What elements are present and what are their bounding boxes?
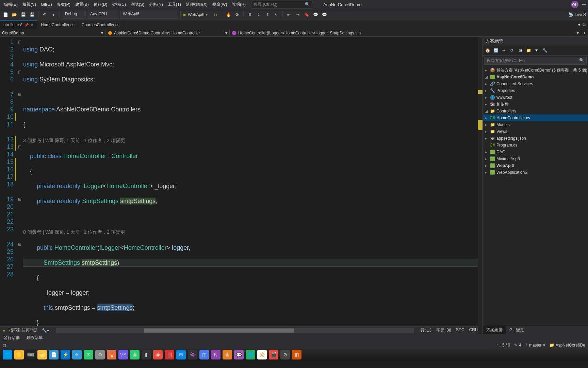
properties-icon[interactable]: 🔧: [541, 47, 548, 54]
start-without-debug-icon[interactable]: ▷: [212, 11, 219, 18]
menu-tools[interactable]: 工具(T): [166, 1, 183, 9]
close-icon[interactable]: ✕: [31, 23, 34, 27]
taskbar-app[interactable]: 🌐: [246, 350, 255, 359]
back-icon[interactable]: ↩: [501, 47, 507, 54]
minimize-button[interactable]: —: [582, 2, 586, 7]
status-sync[interactable]: ↑↓ 5 / 0: [497, 343, 510, 348]
tab-publish[interactable]: 發行活動: [0, 334, 23, 341]
taskbar-app[interactable]: ⌨: [26, 350, 35, 359]
taskbar-app[interactable]: 📕: [165, 350, 174, 359]
bookmark-icon[interactable]: 🔖: [303, 11, 310, 18]
indent-icon[interactable]: ⇥: [294, 11, 301, 18]
panel-tab-git[interactable]: Git 變更: [506, 326, 527, 334]
status-branch[interactable]: ᚶ master ▾: [525, 343, 545, 348]
taskbar-app[interactable]: ✈: [72, 350, 82, 359]
editor-scrollbar[interactable]: [478, 37, 483, 334]
open-icon[interactable]: 📂: [11, 11, 18, 18]
refresh-icon[interactable]: ⟳: [234, 11, 241, 18]
user-avatar[interactable]: WH: [571, 1, 578, 8]
codelens-ctor[interactable]: 0 個參考 | Will 保哥, 1 天前 | 1 位作者，2 項變更: [23, 227, 483, 236]
menu-project[interactable]: 專案(P): [55, 1, 72, 9]
menu-ext[interactable]: 延伸模組(X): [184, 1, 210, 9]
preview-icon[interactable]: 👁: [533, 47, 540, 54]
new-icon[interactable]: 📄: [2, 11, 9, 18]
home-icon[interactable]: 🏠: [484, 47, 491, 54]
taskbar-app[interactable]: 🌐: [3, 350, 12, 359]
menu-edit[interactable]: 編輯(E): [2, 1, 20, 9]
tab-settings-icon[interactable]: ⚙: [582, 22, 586, 27]
config-selector[interactable]: Debug: [63, 11, 86, 19]
save-all-icon[interactable]: 💾: [29, 11, 35, 18]
undo-icon[interactable]: ↶: [41, 11, 48, 18]
browser-link-icon[interactable]: 🖥: [246, 11, 253, 18]
live-share[interactable]: 📡Live S: [568, 12, 586, 17]
screwdriver-icon[interactable]: 🔧▾: [42, 328, 49, 333]
codelens-class[interactable]: 3 個參考 | Will 保哥, 1 天前 | 1 位作者，2 項變更: [23, 136, 483, 145]
taskbar-app[interactable]: ◫: [199, 350, 209, 359]
uncomment-icon[interactable]: 💬: [321, 11, 328, 18]
code-editor[interactable]: 123456 7891011 12131415161718 1920212223…: [0, 37, 483, 326]
taskbar-app[interactable]: 🔆: [257, 350, 267, 359]
taskbar-app[interactable]: 🎬: [269, 350, 278, 359]
run-button[interactable]: ▶WebApi6▾: [180, 11, 210, 19]
nav-member[interactable]: 🟣HomeController(ILogger<HomeController> …: [230, 29, 581, 36]
taskbar-app[interactable]: 👾: [188, 350, 197, 359]
collapse-icon[interactable]: ⊟: [517, 47, 524, 54]
cursor-col[interactable]: 字元: 38: [436, 327, 451, 333]
taskbar-app[interactable]: ◉: [130, 350, 140, 359]
taskbar-app[interactable]: 💬: [234, 350, 244, 359]
refresh-icon[interactable]: ⟳: [509, 47, 516, 54]
menu-window[interactable]: 視窗(W): [210, 1, 229, 9]
issues-icon[interactable]: ●: [3, 328, 5, 333]
horizontal-scrollbar[interactable]: [56, 328, 414, 333]
save-icon[interactable]: 💾: [20, 11, 27, 18]
taskbar-app[interactable]: VS: [118, 350, 128, 359]
menu-debug[interactable]: 偵錯(D): [92, 1, 110, 9]
taskbar-app[interactable]: ⚙: [95, 350, 105, 359]
menu-git[interactable]: Git(G): [39, 1, 54, 8]
taskbar-app[interactable]: 🟡: [14, 350, 24, 359]
panel-tab-solution[interactable]: 方案總管: [483, 326, 506, 334]
pin-icon[interactable]: 📌: [24, 23, 29, 27]
taskbar-app[interactable]: ✉: [176, 350, 186, 359]
hot-reload-icon[interactable]: 🔥: [225, 11, 232, 18]
taskbar-app[interactable]: ◧: [292, 350, 301, 359]
nav-type[interactable]: 🔶AspNetCore6Demo.Controllers.HomeControl…: [105, 29, 230, 36]
code-content[interactable]: using DAO; using Microsoft.AspNetCore.Mv…: [23, 37, 483, 326]
solution-tree[interactable]: ▸📦解決方案 'AspNetCore6Demo' (5 個專案，共 5 個) ◢…: [483, 66, 588, 326]
taskbar-app[interactable]: 🔥: [107, 350, 116, 359]
tab-homecontroller[interactable]: HomeController.cs: [37, 20, 78, 29]
menu-help[interactable]: 說明(H): [230, 1, 248, 9]
cursor-line[interactable]: 行: 13: [421, 327, 431, 333]
indent-mode[interactable]: SPC: [456, 327, 464, 333]
menu-build[interactable]: 建置(B): [73, 1, 91, 9]
taskbar-app[interactable]: ◉: [223, 350, 232, 359]
taskbar-app[interactable]: ▮: [142, 350, 151, 359]
fold-margin[interactable]: ⊟⊟ ⊟ ⊟ ⊟ ⊟: [16, 37, 23, 326]
taskbar-app[interactable]: ⚙: [280, 350, 290, 359]
menu-arch[interactable]: 架構(C): [110, 1, 128, 9]
taskbar-app[interactable]: ◉: [153, 350, 163, 359]
tab-overflow-icon[interactable]: ▾: [578, 22, 580, 27]
redo-icon[interactable]: ▾: [50, 11, 57, 18]
taskbar-app[interactable]: 📁: [37, 350, 47, 359]
comment-icon[interactable]: 💬: [312, 11, 319, 18]
show-all-icon[interactable]: 📁: [525, 47, 532, 54]
menu-view[interactable]: 檢視(V): [20, 1, 38, 9]
status-changes[interactable]: ✎ 4: [514, 343, 521, 348]
nav-add-icon[interactable]: +: [581, 29, 588, 36]
tab-homecontroller-active[interactable]: ntroller.cs* 📌 ✕: [0, 20, 37, 29]
step-into-icon[interactable]: ⤵: [255, 11, 262, 18]
status-repo[interactable]: 📁 AspNetCore6De: [549, 343, 585, 348]
step-out-icon[interactable]: ⤷: [273, 11, 280, 18]
sync-icon[interactable]: 🔄: [492, 47, 499, 54]
taskbar-app[interactable]: ✉: [84, 350, 93, 359]
nav-project[interactable]: Core6Demo▾: [0, 29, 105, 36]
menu-test[interactable]: 測試(S): [129, 1, 146, 9]
taskbar-app[interactable]: 📄: [49, 350, 59, 359]
taskbar-app[interactable]: ⚡: [61, 350, 70, 359]
taskbar-app[interactable]: N: [211, 350, 220, 359]
solution-search[interactable]: 搜尋方案總管 (Ctrl+;) 🔍: [484, 57, 587, 65]
step-over-icon[interactable]: ⤴: [264, 11, 271, 18]
outdent-icon[interactable]: ⇤: [285, 11, 292, 18]
